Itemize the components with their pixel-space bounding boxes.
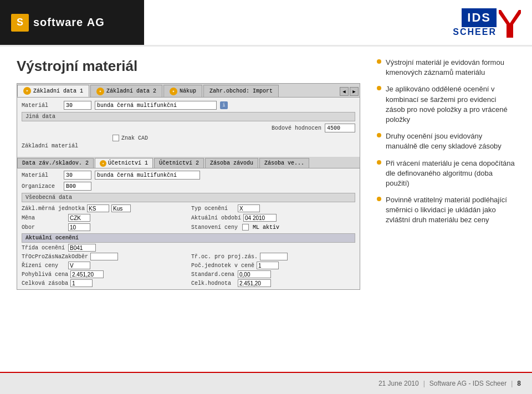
svg-marker-0	[499, 10, 521, 38]
sap-screen: ✦ Základní data 1 ✦ Základní data 2 ✦ Ná…	[17, 83, 360, 290]
field-aktualni-obdobi: Aktuální období	[191, 214, 355, 222]
tab-import[interactable]: Zahr.obchod: Import	[203, 85, 279, 97]
aktualni-obdobi-value[interactable]	[243, 214, 277, 222]
pohybliva-cena-value[interactable]	[70, 270, 104, 278]
troc-value[interactable]	[90, 253, 118, 260]
bullet-list: Výstrojní materiál je evidován formou km…	[377, 58, 515, 226]
field-trida-oceneni: Třída ocenění	[22, 244, 186, 252]
celkova-zasoba-value[interactable]	[70, 279, 93, 287]
zakladni-material-label: Základní materiál	[22, 143, 78, 149]
nav-next[interactable]: ▶	[350, 87, 359, 96]
inner-tab-icon-1: ✦	[100, 160, 106, 167]
zakl-merna-value2[interactable]	[111, 204, 131, 212]
nav-prev[interactable]: ◀	[340, 87, 349, 96]
inner-tab-data-sklad[interactable]: Data záv./skladov. 2	[17, 158, 94, 168]
aktualni-obdobi-label: Aktuální období	[191, 215, 241, 221]
bullet-dot-5	[377, 197, 381, 201]
material-row: Materiál i	[22, 101, 355, 110]
sap-inner-tabs: Data záv./skladov. 2 ✦ Účetnictví 1 Účet…	[17, 157, 360, 168]
ids-text: IDS	[462, 8, 497, 27]
zakl-merna-value1[interactable]	[87, 204, 109, 212]
footer-divider: |	[423, 380, 425, 387]
poc-jednotek-label: Poč.jednotek v ceně	[191, 263, 254, 269]
field-empty1	[191, 244, 355, 252]
troc-label: TřOcProZásNaZakOdběr	[22, 254, 88, 260]
bullet-dot-4	[377, 160, 381, 165]
bullet-dot-3	[377, 133, 381, 137]
tab-nakup[interactable]: ✦ Nákup	[163, 85, 202, 97]
scheer-text: SCHEER	[453, 27, 497, 37]
standard-cena-label: Standard.cena	[191, 272, 236, 278]
ml-aktiv-checkbox[interactable]	[242, 224, 249, 231]
obor-value[interactable]	[68, 223, 90, 231]
tab-navigation: ◀ ▶	[339, 86, 360, 97]
material2-row: Materiál	[22, 171, 355, 180]
ids-scheer-area: IDS SCHEER	[442, 0, 532, 45]
trida-oceneni-value[interactable]	[68, 244, 96, 252]
mena-value[interactable]	[68, 214, 90, 222]
tab-label-2: Základní data 2	[106, 88, 156, 94]
celkova-zasoba-label: Celková zásoba	[22, 280, 68, 286]
mena-label: Měna	[22, 215, 66, 221]
obor-label: Obor	[22, 224, 66, 231]
field-troc-proj: Tř.oc. pro proj.zás.	[191, 253, 355, 260]
inner-tab-zasoba-ve[interactable]: Zásoba ve...	[259, 158, 309, 168]
sap-top-tabs: ✦ Základní data 1 ✦ Základní data 2 ✦ Ná…	[17, 84, 360, 98]
main-content: Výstrojní materiál ✦ Základní data 1 ✦ Z…	[0, 47, 532, 372]
celk-hodnota-value[interactable]	[238, 279, 271, 287]
bullet-dot-1	[377, 59, 381, 64]
tab-label-1: Základní data 1	[33, 88, 83, 94]
footer: 21 June 2010 | Software AG - IDS Scheer …	[0, 372, 532, 394]
tab-zakladni-data-2[interactable]: ✦ Základní data 2	[90, 85, 162, 97]
field-zakl-merna: Zákl.měrná jednotka	[22, 204, 186, 212]
tab-zakladni-data-1[interactable]: ✦ Základní data 1	[17, 85, 89, 97]
bullet-area: Výstrojní materiál je evidován formou km…	[371, 58, 515, 361]
typ-oceneni-value[interactable]	[238, 204, 260, 212]
bullet-text-5: Povinně vratitelný materiál podléhající …	[386, 195, 515, 226]
zakladni-material-row: Základní materiál	[22, 143, 355, 149]
organizace-input[interactable]	[64, 182, 91, 191]
tab-label-3: Nákup	[180, 88, 196, 94]
poc-jednotek-value[interactable]	[257, 262, 279, 269]
material2-desc-input[interactable]	[95, 171, 200, 180]
sap-main-form: Materiál i Jiná data Bodové hodnocen	[17, 98, 360, 155]
bullet-item-5: Povinně vratitelný materiál podléhající …	[377, 195, 515, 226]
bodove-input[interactable]	[325, 124, 355, 132]
inner-tab-ucetnictvi1[interactable]: ✦ Účetnictví 1	[95, 158, 153, 168]
bullet-dot-2	[377, 86, 381, 90]
bodove-label: Bodové hodnocen	[272, 125, 321, 131]
info-button[interactable]: i	[220, 101, 228, 109]
field-stanoveni-ceny: Stanovení ceny ML aktiv	[191, 223, 355, 231]
material2-input[interactable]	[64, 171, 91, 180]
bodove-row: Bodové hodnocen	[22, 124, 355, 132]
bullet-text-1: Výstrojní materiál je evidován formou km…	[386, 58, 515, 78]
bullet-item-2: Je aplikováno oddělené ocenění v kombina…	[377, 84, 515, 125]
znak-cad-label: Znak CAD	[121, 135, 160, 141]
material-label: Materiál	[22, 103, 60, 109]
footer-date: 21 June 2010	[378, 380, 419, 387]
znak-cad-row: Znak CAD	[22, 135, 355, 141]
typ-oceneni-label: Typ ocenění	[191, 206, 236, 212]
eval-grid: Třída ocenění TřOcProZásNaZakOdběr Tř.oc…	[22, 244, 355, 287]
ids-y-icon	[499, 8, 521, 38]
material-input[interactable]	[64, 101, 91, 110]
field-obor: Obor	[22, 223, 186, 231]
field-poc-jednotek: Poč.jednotek v ceně	[191, 262, 355, 269]
bullet-item-1: Výstrojní materiál je evidován formou km…	[377, 58, 515, 78]
standard-cena-value[interactable]	[238, 270, 271, 278]
footer-company: Software AG - IDS Scheer	[429, 380, 507, 387]
material-desc-input[interactable]	[95, 101, 217, 110]
inner-tab-ucetnictvi2[interactable]: Účetnictví 2	[154, 158, 204, 168]
znak-cad-checkbox[interactable]	[112, 135, 119, 141]
tab-label-4: Zahr.obchod: Import	[209, 88, 273, 94]
logo-text: software AG	[33, 16, 105, 29]
inner-tab-zasoba-zavodu[interactable]: Zásoba závodu	[205, 158, 258, 168]
troc-proj-value[interactable]	[260, 253, 288, 260]
troc-proj-label: Tř.oc. pro proj.zás.	[191, 254, 258, 260]
bullet-text-2: Je aplikováno oddělené ocenění v kombina…	[386, 84, 515, 125]
rizeni-ceny-value[interactable]	[68, 262, 90, 269]
tab-icon-3: ✦	[170, 88, 177, 95]
footer-divider-2: |	[511, 380, 513, 387]
bullet-text-4: Při vrácení materiálu je cena dopočítána…	[386, 158, 515, 189]
tab-icon-1: ✦	[23, 87, 31, 95]
